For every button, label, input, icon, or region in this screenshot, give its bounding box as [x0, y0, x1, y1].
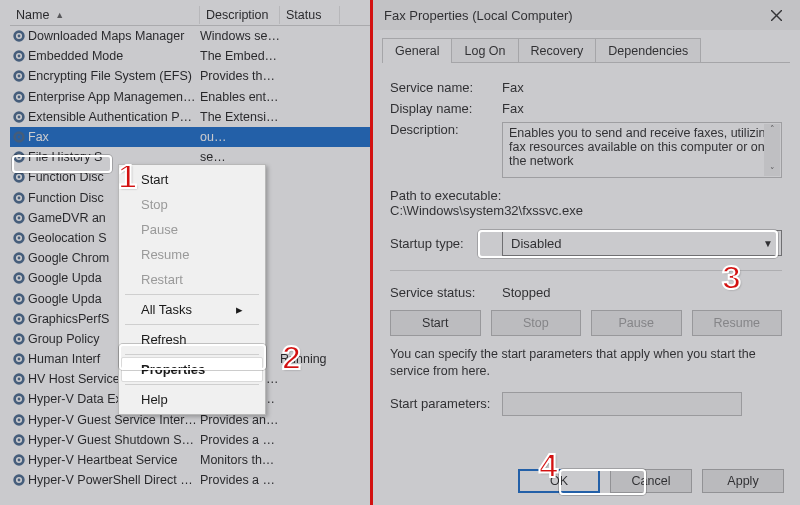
svg-point-13 [18, 156, 21, 159]
label-service-status: Service status: [390, 285, 502, 300]
service-desc: Enables ent… [200, 90, 280, 104]
gear-icon [10, 69, 28, 83]
note-text: You can specify the start parameters tha… [390, 346, 782, 380]
gear-icon [10, 49, 28, 63]
service-name: Enterprise App Managemen… [28, 90, 200, 104]
gear-icon [10, 292, 28, 306]
menu-all-tasks[interactable]: All Tasks▸ [121, 297, 263, 322]
service-row[interactable]: Enterprise App Managemen…Enables ent… [10, 87, 372, 107]
dialog-tabs: General Log On Recovery Dependencies [382, 38, 790, 63]
annotation-1: 1 [118, 157, 137, 196]
dialog-titlebar: Fax Properties (Local Computer) [372, 0, 800, 30]
label-description: Description: [390, 122, 502, 178]
service-name: Fax [28, 130, 200, 144]
service-name: Hyper-V Heartbeat Service [28, 453, 200, 467]
cancel-button[interactable]: Cancel [610, 469, 692, 493]
label-path: Path to executable: [390, 188, 782, 203]
close-icon [771, 10, 782, 21]
svg-point-15 [18, 176, 21, 179]
annotation-2: 2 [282, 338, 301, 377]
gear-icon [10, 130, 28, 144]
services-header: Name▲ Description Status [10, 4, 372, 26]
value-display-name: Fax [502, 101, 782, 116]
gear-icon [10, 211, 28, 225]
menu-stop: Stop [121, 192, 263, 217]
service-desc: Provides th… [200, 69, 280, 83]
service-row[interactable]: Downloaded Maps ManagerWindows se… [10, 26, 372, 46]
value-path: C:\Windows\system32\fxssvc.exe [390, 203, 782, 218]
svg-point-43 [18, 459, 21, 462]
service-name: Downloaded Maps Manager [28, 29, 200, 43]
service-name: Hyper-V PowerShell Direct … [28, 473, 200, 487]
svg-point-21 [18, 237, 21, 240]
svg-point-5 [18, 75, 21, 78]
svg-point-31 [18, 338, 21, 341]
service-desc: The Extensi… [200, 110, 280, 124]
svg-point-41 [18, 438, 21, 441]
gear-icon [10, 473, 28, 487]
service-row[interactable]: Hyper-V Heartbeat ServiceMonitors th… [10, 450, 372, 470]
svg-point-3 [18, 55, 21, 58]
tab-general[interactable]: General [382, 38, 452, 63]
col-name[interactable]: Name▲ [10, 6, 200, 24]
context-menu: Start Stop Pause Resume Restart All Task… [118, 164, 266, 415]
svg-point-35 [18, 378, 21, 381]
svg-point-25 [18, 277, 21, 280]
gear-icon [10, 312, 28, 326]
col-status[interactable]: Status [280, 6, 340, 24]
gear-icon [10, 90, 28, 104]
svg-point-37 [18, 398, 21, 401]
menu-resume: Resume [121, 242, 263, 267]
tab-recovery[interactable]: Recovery [518, 38, 597, 63]
menu-pause: Pause [121, 217, 263, 242]
gear-icon [10, 110, 28, 124]
svg-point-7 [18, 95, 21, 98]
description-box[interactable]: Enables you to send and receive faxes, u… [502, 122, 782, 178]
split-divider [370, 0, 373, 505]
close-button[interactable] [754, 0, 798, 30]
label-service-name: Service name: [390, 80, 502, 95]
startup-type-select[interactable]: Disabled ▼ [502, 230, 782, 256]
service-row[interactable]: Embedded ModeThe Embed… [10, 46, 372, 66]
service-row[interactable]: Hyper-V Guest Shutdown S…Provides a … [10, 430, 372, 450]
gear-icon [10, 372, 28, 386]
service-desc: Windows se… [200, 29, 280, 43]
gear-icon [10, 29, 28, 43]
service-desc: se… [200, 150, 280, 164]
service-row[interactable]: Encrypting File System (EFS)Provides th… [10, 66, 372, 86]
svg-point-1 [18, 35, 21, 38]
service-name: Hyper-V Guest Shutdown S… [28, 433, 200, 447]
dialog-title: Fax Properties (Local Computer) [384, 8, 573, 23]
gear-icon [10, 231, 28, 245]
annotation-3: 3 [722, 258, 741, 297]
gear-icon [10, 352, 28, 366]
menu-help[interactable]: Help [121, 387, 263, 412]
menu-refresh[interactable]: Refresh [121, 327, 263, 352]
svg-point-45 [18, 479, 21, 482]
gear-icon [10, 413, 28, 427]
menu-properties[interactable]: Properties [121, 357, 263, 382]
sort-asc-icon: ▲ [55, 10, 64, 20]
service-desc: Provides a … [200, 433, 280, 447]
apply-button[interactable]: Apply [702, 469, 784, 493]
ok-button[interactable]: OK [518, 469, 600, 493]
gear-icon [10, 332, 28, 346]
service-row[interactable]: Faxou… [10, 127, 372, 147]
service-name: Embedded Mode [28, 49, 200, 63]
gear-icon [10, 170, 28, 184]
service-desc: Provides a … [200, 473, 280, 487]
svg-point-9 [18, 115, 21, 118]
service-row[interactable]: Extensible Authentication P…The Extensi… [10, 107, 372, 127]
description-scrollbar[interactable]: ˄˅ [764, 124, 780, 176]
service-name: Encrypting File System (EFS) [28, 69, 200, 83]
tab-dependencies[interactable]: Dependencies [595, 38, 701, 63]
service-row[interactable]: Hyper-V PowerShell Direct …Provides a … [10, 470, 372, 490]
tab-logon[interactable]: Log On [451, 38, 518, 63]
svg-point-27 [18, 297, 21, 300]
svg-point-19 [18, 216, 21, 219]
col-description[interactable]: Description [200, 6, 280, 24]
start-button[interactable]: Start [390, 310, 481, 336]
properties-dialog: Fax Properties (Local Computer) General … [372, 0, 800, 505]
label-startup-type: Startup type: [390, 236, 502, 251]
menu-start[interactable]: Start [121, 167, 263, 192]
